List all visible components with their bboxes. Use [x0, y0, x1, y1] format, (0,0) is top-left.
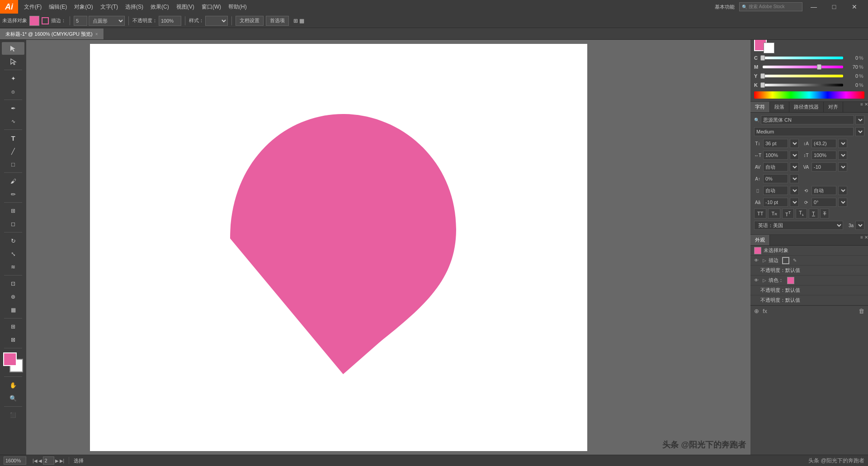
text-button[interactable]: T: [2, 132, 24, 144]
foreground-color-swatch[interactable]: [3, 352, 17, 366]
canvas-svg[interactable]: [90, 44, 587, 451]
y-thumb[interactable]: [760, 73, 765, 79]
shaper-button[interactable]: ⊞: [2, 204, 24, 217]
h-scale-dropdown[interactable]: ▼: [790, 151, 799, 160]
menu-effect[interactable]: 效果(C): [147, 0, 173, 14]
baseline-input[interactable]: [763, 174, 788, 183]
panel-bg-swatch[interactable]: [764, 43, 774, 53]
document-setup-button[interactable]: 文档设置: [236, 16, 264, 26]
menu-object[interactable]: 对象(O): [71, 0, 96, 14]
k-track[interactable]: [763, 84, 843, 86]
font-family-input[interactable]: [761, 115, 854, 124]
symbol-sprayer-button[interactable]: ⊛: [2, 290, 24, 303]
font-style-dropdown[interactable]: ▼: [855, 127, 864, 136]
artboard-button[interactable]: ⊞: [2, 320, 24, 333]
stroke-swatch[interactable]: [42, 17, 49, 24]
curvature-button[interactable]: ∿: [2, 115, 24, 128]
kerning-dropdown[interactable]: ▼: [790, 162, 799, 171]
menu-help[interactable]: 帮助(H): [225, 0, 250, 14]
stroke-swatch-appear[interactable]: [782, 257, 789, 264]
delete-item-btn[interactable]: 🗑: [859, 308, 864, 314]
free-transform-button[interactable]: ⊡: [2, 277, 24, 290]
tab-align[interactable]: 对齐: [824, 102, 843, 112]
style-dropdown[interactable]: [205, 16, 228, 26]
magic-wand-button[interactable]: ✦: [2, 72, 24, 85]
h-scale-input[interactable]: [763, 151, 788, 160]
search-bar[interactable]: 🔍 搜索 Adobe Stock: [739, 2, 802, 11]
tab-character[interactable]: 字符: [750, 102, 770, 112]
stroke-type-dropdown[interactable]: 点圆形: [89, 16, 125, 26]
tr-button[interactable]: Tr: [768, 209, 780, 219]
zoom-input[interactable]: [4, 456, 26, 465]
tsume-dropdown[interactable]: ▼: [790, 186, 799, 195]
tab-paragraph[interactable]: 段落: [770, 102, 789, 112]
hand-button[interactable]: ✋: [2, 379, 24, 391]
fill-swatch-appear[interactable]: [787, 277, 794, 284]
fill-color-swatch[interactable]: [29, 16, 39, 26]
rotate-button[interactable]: ↻: [2, 234, 24, 247]
appear-obj-swatch[interactable]: [754, 247, 761, 254]
m-thumb[interactable]: [817, 64, 821, 70]
tsume-input[interactable]: [763, 186, 788, 195]
menu-select[interactable]: 选择(S): [122, 0, 147, 14]
tracking-dropdown[interactable]: ▼: [838, 162, 847, 171]
tab-close-button[interactable]: ×: [95, 32, 98, 37]
stroke-size-input[interactable]: [74, 16, 87, 26]
underline-dropdown[interactable]: ▼: [790, 198, 799, 207]
font-style-input[interactable]: [754, 127, 854, 136]
menu-file[interactable]: 文件(F): [20, 0, 45, 14]
y-track[interactable]: [763, 75, 843, 77]
t-strike[interactable]: T: [820, 209, 830, 219]
char-menu-btn[interactable]: ≡: [860, 102, 863, 112]
stroke-expand-arrow[interactable]: ▷: [763, 258, 766, 263]
v-scale-dropdown[interactable]: ▼: [838, 151, 847, 160]
v-scale-input[interactable]: [811, 151, 836, 160]
appearance-menu-btn[interactable]: ≡: [860, 235, 863, 245]
opacity-input[interactable]: [159, 16, 181, 26]
add-effect-btn[interactable]: fx: [763, 308, 767, 314]
rotate-dropdown[interactable]: ▼: [838, 186, 847, 195]
maximize-button[interactable]: □: [825, 0, 843, 14]
menu-edit[interactable]: 编辑(E): [45, 0, 71, 14]
canvas-area[interactable]: [26, 40, 750, 455]
line-button[interactable]: ╱: [2, 145, 24, 157]
t-underline[interactable]: T: [809, 209, 818, 219]
menu-window[interactable]: 窗口(W): [198, 0, 225, 14]
m-track[interactable]: [763, 66, 843, 68]
kerning-input[interactable]: [763, 162, 788, 171]
tt-button[interactable]: TT: [754, 209, 766, 219]
pencil-button[interactable]: ✏: [2, 188, 24, 200]
toggle-screen-button[interactable]: ⬛: [2, 409, 24, 421]
zoom-button[interactable]: 🔍: [2, 392, 24, 404]
minimize-button[interactable]: —: [805, 0, 823, 14]
rectangle-button[interactable]: □: [2, 158, 24, 171]
pen-button[interactable]: ✒: [2, 102, 24, 114]
anti-alias-dropdown[interactable]: ▼: [855, 221, 864, 230]
paintbrush-button[interactable]: 🖌: [2, 175, 24, 187]
fill-expand-arrow[interactable]: ▷: [763, 278, 766, 283]
c-track[interactable]: [763, 57, 843, 59]
menu-view[interactable]: 视图(V): [173, 0, 198, 14]
preferences-button[interactable]: 首选项: [266, 16, 289, 26]
rotate-input[interactable]: [811, 186, 836, 195]
lasso-button[interactable]: ⌾: [2, 85, 24, 98]
nav-first-btn[interactable]: |◀: [33, 458, 38, 463]
eraser-button[interactable]: ◻: [2, 218, 24, 230]
tab-pathfinder[interactable]: 路径查找器: [789, 102, 824, 112]
language-select[interactable]: 英语：美国: [754, 221, 843, 230]
warp-button[interactable]: ≋: [2, 261, 24, 273]
rotation-angle-input[interactable]: [811, 198, 836, 207]
leading-input[interactable]: [811, 139, 836, 148]
leading-dropdown[interactable]: ▼: [838, 139, 847, 148]
font-family-dropdown[interactable]: ▼: [855, 115, 864, 124]
color-spectrum[interactable]: [754, 91, 864, 99]
c-thumb[interactable]: [760, 55, 765, 61]
tab-appearance[interactable]: 外观: [750, 235, 770, 245]
menu-type[interactable]: 文字(T): [97, 0, 122, 14]
direct-selection-button[interactable]: [2, 55, 24, 68]
stroke-visibility-btn[interactable]: 👁: [754, 258, 760, 263]
graph-button[interactable]: ▦: [2, 304, 24, 316]
fill-visibility-btn[interactable]: 👁: [754, 278, 760, 283]
rotation-angle-dropdown[interactable]: ▼: [838, 198, 847, 207]
artboard-number-input[interactable]: [43, 456, 54, 465]
